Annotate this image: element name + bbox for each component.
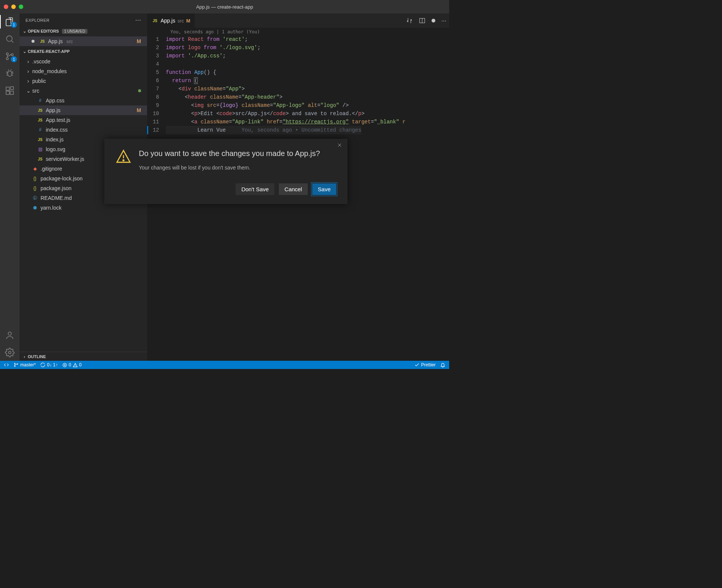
css-file-icon: # (37, 98, 44, 103)
tree-item-label: src (32, 88, 39, 94)
tree-item-label: App.test.js (46, 117, 70, 123)
open-editor-file-name: App.js (48, 38, 63, 44)
problems[interactable]: 0 0 (62, 362, 81, 368)
close-window-button[interactable] (4, 4, 8, 9)
notifications-icon[interactable] (440, 362, 445, 368)
md-file-icon: 🛈 (32, 195, 38, 201)
editor-tab[interactable]: JS App.js src M (147, 14, 195, 28)
project-header[interactable]: ⌄ CREATE-REACT-APP (20, 47, 147, 56)
line-number: 8 (147, 93, 166, 101)
git-file-icon: ◆ (32, 166, 38, 171)
outline-header[interactable]: › OUTLINE (20, 352, 147, 361)
folder-item[interactable]: ›node_modules (20, 66, 147, 76)
json-file-icon: {} (32, 186, 38, 191)
tree-item-label: .gitignore (41, 166, 62, 172)
tree-item-label: README.md (41, 195, 72, 201)
folder-item[interactable]: ⌄src (20, 86, 147, 96)
chevron-down-icon: ⌄ (22, 29, 27, 34)
svg-point-12 (14, 363, 15, 364)
svg-point-9 (8, 332, 12, 335)
compare-changes-icon[interactable] (406, 17, 413, 24)
svg-point-0 (6, 36, 12, 41)
line-number: 7 (147, 85, 166, 93)
close-icon[interactable] (337, 142, 342, 148)
dirty-indicator (32, 40, 35, 43)
search-icon[interactable] (5, 34, 15, 44)
remote-indicator[interactable] (4, 362, 9, 368)
extensions-icon[interactable] (5, 86, 15, 96)
tree-item-label: yarn.lock (41, 205, 62, 211)
tree-item-label: public (32, 78, 46, 84)
open-editors-label: OPEN EDITORS (28, 29, 59, 33)
unsaved-badge: 1 UNSAVED (62, 29, 87, 34)
js-file-icon: JS (37, 118, 44, 122)
git-sync[interactable]: 0↓ 1↑ (40, 362, 58, 368)
js-file-icon: JS (37, 138, 44, 142)
svg-point-1 (6, 53, 8, 55)
tree-item-label: index.js (46, 136, 63, 142)
dialog-subtitle: Your changes will be lost if you don't s… (139, 165, 320, 171)
accounts-icon[interactable] (5, 330, 15, 340)
line-number: 4 (147, 60, 166, 68)
git-branch[interactable]: master* (14, 362, 36, 368)
file-item[interactable]: ⬢yarn.lock (20, 203, 147, 213)
dirty-dot-icon (432, 19, 435, 22)
tree-item-label: .vscode (32, 58, 50, 64)
chevron-down-icon: ⌄ (26, 88, 30, 94)
svg-rect-4 (8, 71, 12, 76)
line-number: 9 (147, 101, 166, 110)
line-number: 2 (147, 44, 166, 52)
js-file-icon: JS (39, 39, 46, 44)
chevron-right-icon: › (26, 58, 30, 64)
save-button[interactable]: Save (312, 183, 336, 195)
tab-modified-marker: M (186, 18, 190, 24)
warning-icon (116, 148, 131, 171)
minimize-window-button[interactable] (11, 4, 16, 9)
folder-item[interactable]: ›.vscode (20, 57, 147, 66)
svg-point-10 (9, 351, 11, 354)
line-number: 5 (147, 68, 166, 76)
sidebar-more-icon[interactable]: ⋯ (135, 16, 141, 24)
activity-bar: 1 1 (0, 14, 20, 361)
svg-point-3 (11, 54, 13, 56)
explorer-icon[interactable]: 1 (5, 16, 15, 27)
open-editor-item[interactable]: JS App.js src M (20, 36, 147, 46)
source-control-icon[interactable]: 1 (5, 51, 15, 62)
svg-rect-7 (10, 91, 14, 94)
file-item[interactable]: #App.css (20, 96, 147, 105)
json-file-icon: {} (32, 176, 38, 181)
tree-item-label: package.json (41, 185, 72, 191)
split-editor-icon[interactable] (419, 17, 426, 24)
svg-file-icon: ▧ (37, 147, 44, 152)
line-number: 11 (147, 118, 166, 126)
code-editor[interactable]: 1import React from 'react'; 2import logo… (147, 35, 449, 134)
svg-point-14 (17, 364, 18, 364)
chevron-right-icon: › (26, 68, 30, 74)
settings-icon[interactable] (5, 347, 15, 358)
file-item[interactable]: #index.css (20, 125, 147, 135)
tree-item-label: node_modules (32, 68, 67, 74)
cancel-button[interactable]: Cancel (279, 183, 308, 195)
debug-icon[interactable] (5, 68, 15, 79)
dont-save-button[interactable]: Don't Save (236, 183, 274, 195)
tree-item-label: App.css (46, 98, 65, 104)
sidebar-header: EXPLORER ⋯ (20, 14, 147, 27)
folder-item[interactable]: ›public (20, 76, 147, 86)
prettier-status[interactable]: Prettier (414, 362, 436, 368)
editor-more-icon[interactable]: ⋯ (441, 18, 446, 24)
tab-file-name: App.js (161, 18, 175, 24)
maximize-window-button[interactable] (19, 4, 23, 9)
tree-item-label: serviceWorker.js (46, 156, 84, 162)
file-item[interactable]: JSApp.jsM (20, 105, 147, 115)
open-editors-header[interactable]: ⌄ OPEN EDITORS 1 UNSAVED (20, 27, 147, 36)
open-editor-file-path: src (66, 39, 73, 44)
dialog-title: Do you want to save the changes you made… (139, 148, 320, 159)
sidebar-title: EXPLORER (26, 18, 50, 22)
yarn-file-icon: ⬢ (32, 205, 38, 210)
svg-point-13 (14, 366, 15, 366)
codelens[interactable]: You, seconds ago | 1 author (You) (147, 28, 449, 35)
file-item[interactable]: JSApp.test.js (20, 115, 147, 125)
css-file-icon: # (37, 127, 44, 132)
scm-badge: 1 (11, 56, 17, 62)
svg-point-2 (6, 58, 8, 60)
